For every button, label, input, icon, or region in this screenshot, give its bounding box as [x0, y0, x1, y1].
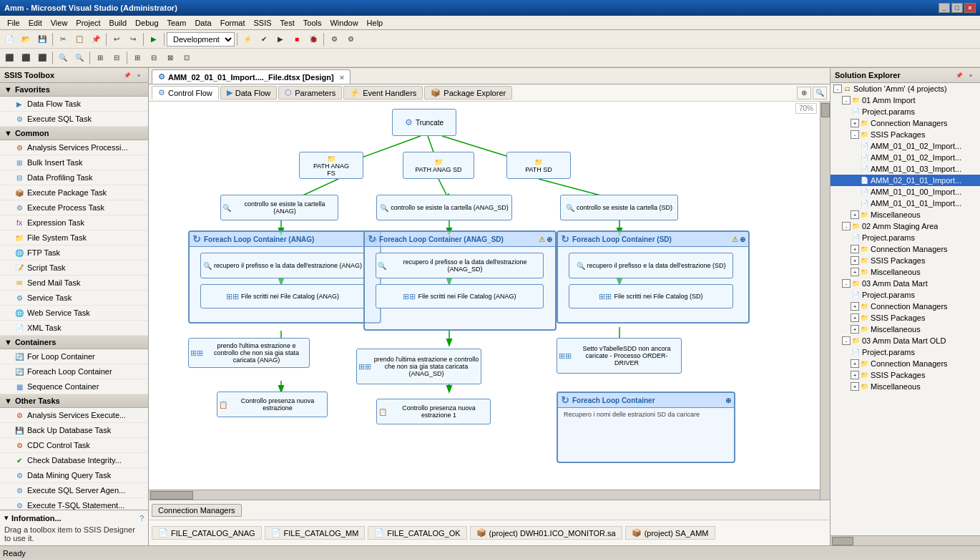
project-01-expand[interactable]: - [842, 96, 851, 104]
toolbox-item-analysis-services[interactable]: ⚙ Analysis Services Processi... [0, 140, 148, 155]
conn-item-file-catalog-anag[interactable]: 📄 FILE_CATALOG_ANAG [152, 526, 262, 540]
menu-tools[interactable]: Tools [299, 17, 326, 29]
tb-align-center[interactable]: ⬛ [18, 51, 34, 65]
tb-validate[interactable]: ✔ [256, 32, 272, 47]
task-ultima-anag[interactable]: ⊞⊞ prendo l'ultima estrazione e controll… [188, 338, 310, 368]
tb-grid[interactable]: ⊞ [92, 51, 108, 65]
menu-view[interactable]: View [46, 17, 72, 29]
tb-more2[interactable]: ⚙ [343, 32, 358, 47]
project-02-amm-staging[interactable]: - 📁 02 Amm Staging Area [830, 220, 980, 232]
tb-extra2[interactable]: ⊟ [146, 51, 162, 65]
horizontal-scrollbar[interactable] [149, 490, 820, 500]
foreach-bottom-expand-icon[interactable]: ⊕ [725, 397, 731, 404]
task-recupero-anag[interactable]: 🔍 recupero il prefisso e la data dell'es… [200, 253, 365, 278]
project-02-misc-expand[interactable]: + [851, 268, 859, 276]
project-03-ssis-expand[interactable]: + [851, 313, 859, 322]
pkg-amm-01-01-02-a[interactable]: 📄 AMM_01_01_02_Import... [830, 140, 980, 152]
task-path-anag-sd[interactable]: 📁 PATH ANAG SD [403, 152, 474, 179]
maximize-button[interactable]: □ [951, 3, 963, 13]
task-recupero-sd[interactable]: 🔍 recupero il prefisso e la data dell'es… [569, 253, 733, 278]
tb-align-right[interactable]: ⬛ [34, 51, 50, 65]
menu-ssis[interactable]: SSIS [250, 17, 276, 29]
info-help-icon[interactable]: ? [139, 514, 144, 522]
toolbox-item-cdc-control[interactable]: ⚙ CDC Control Task [0, 438, 148, 453]
project-01-params[interactable]: 📄 Project.params [830, 106, 980, 117]
project-02-expand[interactable]: - [842, 222, 851, 230]
toolbox-item-bulk-insert[interactable]: ⊞ Bulk Insert Task [0, 155, 148, 170]
task-setto-vtabelle[interactable]: ⊞⊞ Setto vTabelleSDD non ancora caricate… [557, 338, 682, 374]
toolbox-item-expression-task[interactable]: fx Expression Task [0, 215, 148, 230]
canvas-fit-button[interactable]: ⊕ [797, 87, 811, 99]
toolbox-item-send-mail-task[interactable]: ✉ Send Mail Task [0, 276, 148, 291]
canvas-zoom-button[interactable]: 🔍 [813, 87, 827, 99]
info-collapse-icon[interactable]: ▾ [4, 513, 9, 522]
project-04-params[interactable]: 📄 Project.params [830, 346, 980, 358]
toolbox-item-service-task[interactable]: ⚙ Service Task [0, 291, 148, 306]
close-button[interactable]: × [964, 3, 976, 13]
tb-debug[interactable]: 🐞 [305, 32, 321, 47]
tb-undo[interactable]: ↩ [109, 32, 124, 47]
toolbox-item-data-mining[interactable]: ⚙ Data Mining Query Task [0, 468, 148, 483]
foreach-anag-sd-expand-icon[interactable]: ⊕ [547, 235, 552, 243]
task-controllo-nuova-1[interactable]: 📋 Controllo presenza nuova estrazione 1 [376, 399, 491, 424]
conn-mgr-tab[interactable]: Connection Managers [152, 504, 242, 517]
project-03-misc-expand[interactable]: + [851, 325, 859, 334]
toolbox-item-xml-task[interactable]: 📄 XML Task [0, 321, 148, 336]
task-ctrl-anag-sd[interactable]: 🔍 controllo se esiste la cartella (ANAG_… [376, 195, 512, 220]
tb-zoom-in[interactable]: 🔍 [55, 51, 71, 65]
solution-root[interactable]: - 🗂 Solution 'Amm' (4 projects) [830, 83, 980, 94]
toolbox-item-backup-db[interactable]: 💾 Back Up Database Task [0, 423, 148, 438]
project-02-ssis-expand[interactable]: + [851, 256, 859, 265]
toolbox-item-execute-tsql[interactable]: ⚙ Execute T-SQL Statement... [0, 498, 148, 510]
task-file-catalog-anag-sd[interactable]: ⊞⊞ File scritti nei File Catalog (ANAG) [376, 284, 544, 308]
project-02-conn-expand[interactable]: + [851, 245, 859, 253]
toolbox-section-header-common[interactable]: ▼Common [0, 127, 148, 140]
tb-extra1[interactable]: ⊞ [129, 51, 145, 65]
pkg-amm-01-01-01[interactable]: 📄 AMM_01_01_01_Import... [830, 198, 980, 209]
project-01-ssis-packages[interactable]: - 📁 SSIS Packages [830, 129, 980, 140]
project-04-ssis-expand[interactable]: + [851, 371, 859, 379]
menu-project[interactable]: Project [72, 17, 104, 29]
menu-team[interactable]: Team [163, 17, 191, 29]
toolbox-item-sequence-container[interactable]: ▦ Sequence Container [0, 379, 148, 394]
minimize-button[interactable]: _ [939, 3, 950, 13]
solution-explorer-close-button[interactable]: × [966, 70, 976, 80]
project-03-amm-data-mart[interactable]: - 📁 03 Amm Data Mart [830, 278, 980, 289]
toolbox-item-script-task[interactable]: 📝 Script Task [0, 261, 148, 276]
foreach-container-bottom[interactable]: ↻ Foreach Loop Container ⊕ Recupero i no… [557, 392, 735, 463]
project-04-conn-mgr[interactable]: + 📁 Connection Managers [830, 358, 980, 369]
task-file-catalog-sd[interactable]: ⊞⊞ File scritti nei File Catalog (SD) [569, 284, 733, 308]
solution-explorer-pin-button[interactable]: 📌 [954, 70, 964, 80]
toolbox-item-for-loop[interactable]: 🔄 For Loop Container [0, 349, 148, 364]
pkg-amm-01-01-00[interactable]: 📄 AMM_01_01_00_Import... [830, 186, 980, 198]
menu-file[interactable]: File [3, 17, 24, 29]
pkg-amm-02-01-01[interactable]: 📄 AMM_02_01_01_Import... [830, 175, 980, 186]
project-01-conn-mgr[interactable]: + 📁 Connection Managers [830, 117, 980, 129]
flow-tab-package-explorer[interactable]: 📦 Package Explorer [424, 86, 512, 99]
task-path-sd[interactable]: 📁 PATH SD [506, 152, 571, 179]
menu-debug[interactable]: Debug [131, 17, 162, 29]
task-recupero-anag-sd[interactable]: 🔍 recupero il prefisso e la data dell'es… [376, 253, 544, 278]
task-truncate[interactable]: ⚙ Truncate [392, 109, 456, 136]
tb-layout[interactable]: ⊟ [109, 51, 124, 65]
foreach-container-anag[interactable]: ↻ Foreach Loop Container (ANAG) ⚠ ⊕ 🔍 re… [188, 230, 381, 324]
menu-help[interactable]: Help [363, 17, 388, 29]
task-file-catalog-anag[interactable]: ⊞⊞ File scritti nei File Catalog (ANAG) [200, 284, 365, 308]
flow-tab-data-flow[interactable]: ▶ Data Flow [220, 86, 278, 99]
tb-stop[interactable]: ■ [289, 32, 305, 47]
tb-open[interactable]: 📂 [18, 32, 34, 47]
toolbox-item-check-db[interactable]: ✔ Check Database Integrity... [0, 453, 148, 468]
project-03-params[interactable]: 📄 Project.params [830, 289, 980, 301]
project-03-conn-expand[interactable]: + [851, 302, 859, 311]
toolbox-item-execute-sql-agent[interactable]: ⚙ Execute SQL Server Agen... [0, 483, 148, 498]
tb-cut[interactable]: ✂ [55, 32, 71, 47]
project-01-misc[interactable]: + 📁 Miscellaneous [830, 209, 980, 220]
project-01-amm-import[interactable]: - 📁 01 Amm Import [830, 94, 980, 106]
tb-redo[interactable]: ↪ [125, 32, 141, 47]
toolbox-item-foreach-loop[interactable]: 🔄 Foreach Loop Container [0, 364, 148, 379]
tb-run[interactable]: ▶ [273, 32, 288, 47]
project-03-misc[interactable]: + 📁 Miscellaneous [830, 324, 980, 335]
toolbox-item-data-flow-task[interactable]: ▶ Data Flow Task [0, 97, 148, 112]
task-ctrl-sd[interactable]: 🔍 controllo se esiste la cartella (SD) [560, 195, 678, 220]
tb-more1[interactable]: ⚙ [326, 32, 342, 47]
